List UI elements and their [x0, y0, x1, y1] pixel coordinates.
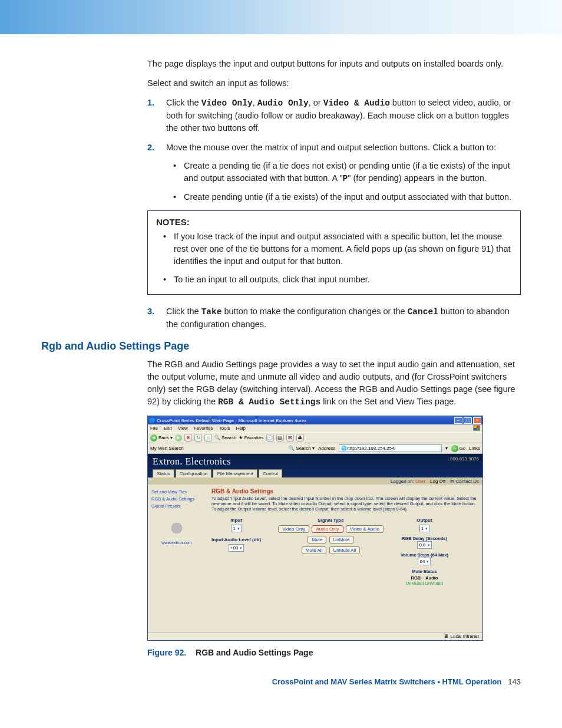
video-audio-button[interactable]: Video & Audio	[346, 525, 384, 533]
mail-button[interactable]: ✉	[286, 434, 294, 442]
step-2: 2. Move the mouse over the matrix of inp…	[147, 141, 521, 203]
video-only-button[interactable]: Video Only	[278, 525, 309, 533]
refresh-button[interactable]: ↻	[194, 434, 202, 442]
go-button[interactable]: → Go	[451, 445, 466, 452]
browser-statusbar: 🖥 Local Intranet	[148, 632, 482, 640]
mute-status-values: RGBAudio UnMuted UnMuted	[401, 575, 448, 586]
sidebar-link-set-view-ties[interactable]: Set and View Ties	[151, 489, 202, 495]
output-select[interactable]: 1	[419, 525, 429, 532]
figure-title: RGB and Audio Settings Page	[196, 648, 313, 657]
contact-us-link[interactable]: ✉ Contact Us	[450, 479, 479, 484]
intranet-zone-icon: 🖥	[444, 634, 448, 639]
sub-strip: Logged on: User Log Off ✉ Contact Us	[148, 477, 482, 485]
code-cancel: Cancel	[408, 307, 438, 317]
audio-only-button[interactable]: Audio Only	[312, 525, 343, 533]
tab-configuration[interactable]: Configuration	[176, 469, 212, 477]
history-button[interactable]: 🕘	[266, 434, 274, 442]
menu-edit[interactable]: Edit	[164, 426, 172, 431]
sidebar-link-global-presets[interactable]: Global Presets	[151, 503, 202, 509]
output-column: Output 1 RGB Delay (Seconds) 0.0 Volume …	[401, 518, 448, 586]
step-2-bullet-1: Create a pending tie (if a tie does not …	[166, 160, 521, 185]
tab-status[interactable]: Status	[153, 469, 174, 477]
footer-text: CrossPoint and MAV Series Matrix Switche…	[272, 677, 502, 686]
step-2-bullet-2: Create pending untie (if a tie exists) o…	[166, 191, 521, 203]
notes-heading: NOTES:	[156, 217, 512, 227]
address-bar-row: My Web Search 🔍 Search ▾ Address 🌐 http:…	[148, 443, 482, 454]
input-audio-level-select[interactable]: +00	[229, 544, 244, 552]
browser-toolbar: ◄ Back ▾ ► ✖ ↻ ⌂ 🔍 Search ★ Favorites 🕘 …	[148, 432, 482, 443]
rgb-delay-select[interactable]: 0.0	[417, 541, 431, 549]
links-label[interactable]: Links	[469, 446, 480, 451]
back-button[interactable]: ◄ Back ▾	[150, 434, 173, 442]
window-minimize-button[interactable]: –	[454, 417, 462, 424]
input-heading: Input	[211, 518, 261, 523]
window-title: CrossPoint Series Default Web Page - Mic…	[155, 418, 453, 423]
input-select[interactable]: 1	[231, 525, 241, 532]
panel-title: RGB & Audio Settings	[211, 488, 477, 495]
forward-button[interactable]: ►	[175, 434, 182, 442]
step-3: 3. Click the Take button to make the con…	[147, 305, 521, 331]
extron-url[interactable]: www.extron.com	[151, 541, 202, 545]
extron-header: Extron. Electronics 800.633.9076 Status …	[148, 454, 482, 477]
input-audio-level-label: Input Audio Level (db)	[211, 537, 261, 542]
settings-row: Input 1 Input Audio Level (db) +00 Signa…	[211, 518, 477, 586]
unmute-all-button[interactable]: UnMute All	[329, 546, 361, 554]
note-1: If you lose track of the input and outpu…	[156, 230, 512, 268]
address-dropdown[interactable]: ▾	[445, 446, 448, 451]
rgb-delay-label: RGB Delay (Seconds)	[401, 536, 448, 541]
window-titlebar[interactable]: 🌐 CrossPoint Series Default Web Page - M…	[148, 416, 482, 424]
address-input[interactable]: 🌐 http://192.168.254.254/	[339, 444, 441, 452]
content-body: Set and View Ties RGB & Audio Settings G…	[148, 485, 482, 632]
volume-steps-select[interactable]: 64	[418, 558, 431, 565]
code-rgb-audio-settings: RGB & Audio Settings	[218, 397, 320, 407]
intro-para-1: The page displays the input and output b…	[147, 58, 521, 70]
logged-on-label: Logged on: User	[391, 479, 425, 484]
stop-button[interactable]: ✖	[184, 434, 192, 442]
page-footer: CrossPoint and MAV Series Matrix Switche…	[41, 677, 521, 686]
note-2: To tie an input to all outputs, click th…	[156, 274, 512, 286]
volume-steps-label: Volume Steps (64 Max)	[401, 552, 448, 558]
address-label: Address	[318, 446, 335, 451]
menu-tools[interactable]: Tools	[219, 426, 230, 431]
signal-type-heading: Signal Type	[277, 518, 384, 523]
log-off-link[interactable]: Log Off	[430, 479, 445, 484]
browser-window: 🌐 CrossPoint Series Default Web Page - M…	[147, 416, 483, 641]
section-heading: Rgb and Audio Settings Page	[41, 340, 521, 353]
window-close-button[interactable]: ×	[473, 417, 481, 424]
body-column: The page displays the input and output b…	[147, 58, 521, 331]
page: The page displays the input and output b…	[0, 0, 562, 710]
mute-all-button[interactable]: Mute All	[302, 546, 326, 554]
decorative-header-bar	[0, 0, 562, 34]
figure-number: Figure 92.	[147, 648, 186, 657]
code-video-audio: Video & Audio	[323, 98, 390, 108]
search-field-button[interactable]: 🔍 Search ▾	[289, 446, 315, 451]
search-button[interactable]: 🔍 Search	[214, 435, 237, 440]
menu-favorites[interactable]: Favorites	[194, 426, 213, 431]
section-para: The RGB and Audio Settings page provides…	[147, 358, 521, 409]
window-maximize-button[interactable]: □	[464, 417, 472, 424]
intro-para-2: Select and switch an input as follows:	[147, 77, 521, 90]
menu-help[interactable]: Help	[236, 426, 245, 431]
unmute-button[interactable]: UnMute	[329, 536, 354, 543]
print-button[interactable]: 🖶	[296, 434, 304, 442]
browser-menubar: File Edit View Favorites Tools Help	[148, 424, 482, 432]
main-panel: RGB & Audio Settings To adjust 'Input Au…	[206, 485, 482, 632]
menu-view[interactable]: View	[178, 426, 188, 431]
input-column: Input 1 Input Audio Level (db) +00	[211, 518, 261, 552]
notes-box: NOTES: If you lose track of the input an…	[147, 210, 521, 295]
tab-control[interactable]: Control	[259, 469, 282, 477]
toolbar-icon[interactable]: ▤	[276, 434, 284, 442]
screenshot-figure: 🌐 CrossPoint Series Default Web Page - M…	[147, 416, 521, 657]
figure-caption: Figure 92. RGB and Audio Settings Page	[147, 648, 521, 657]
tab-file-management[interactable]: File Management	[213, 469, 257, 477]
sidebar-link-rgb-audio[interactable]: RGB & Audio Settings	[151, 496, 202, 502]
panel-description: To adjust 'Input Audio Level', select th…	[211, 496, 477, 512]
mute-button[interactable]: Mute	[308, 536, 326, 543]
mute-status-label: Mute Status	[401, 569, 448, 574]
menu-file[interactable]: File	[150, 426, 158, 431]
home-button[interactable]: ⌂	[204, 434, 212, 442]
sidebar: Set and View Ties RGB & Audio Settings G…	[148, 485, 206, 632]
favorites-button[interactable]: ★ Favorites	[239, 435, 263, 440]
status-text: Local Intranet	[451, 634, 479, 639]
output-heading: Output	[401, 518, 448, 523]
